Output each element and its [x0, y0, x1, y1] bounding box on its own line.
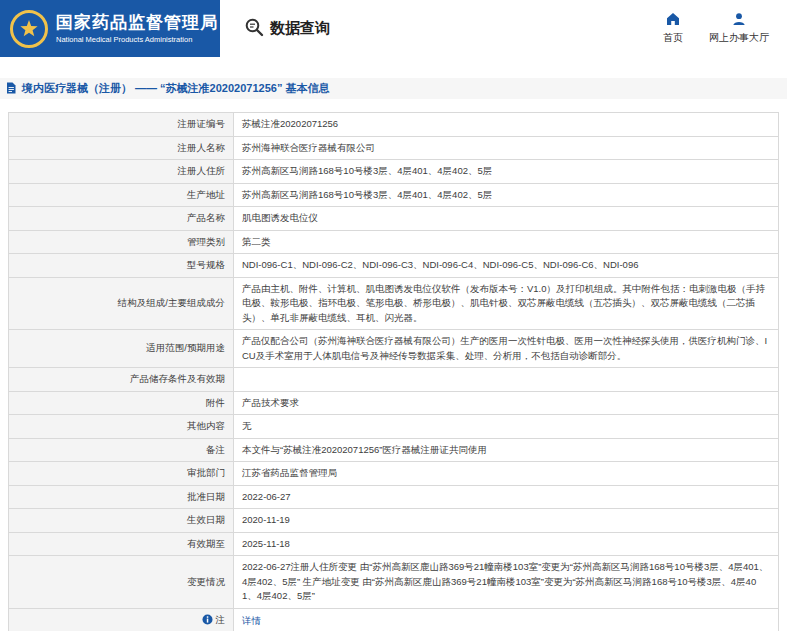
row-label: 产品储存条件及有效期: [9, 368, 234, 392]
doc-icon: [5, 82, 17, 96]
table-row: 适用范围/预期用途 产品仅配合公司（苏州海神联合医疗器械有限公司）生产的医用一次…: [9, 330, 779, 368]
search-icon: [244, 17, 264, 40]
note-icon: [202, 614, 213, 630]
row-value: 本文件与“苏械注准20202071256”医疗器械注册证共同使用: [234, 438, 779, 462]
row-label: 适用范围/预期用途: [9, 330, 234, 368]
nav-online-hall[interactable]: 网上办事大厅: [709, 12, 769, 45]
national-emblem-icon: [9, 9, 49, 49]
row-value: 2022-06-27: [234, 485, 779, 509]
org-name-cn: 国家药品监督管理局: [56, 13, 218, 33]
nav-home-label: 首页: [663, 31, 683, 45]
table-row: 生产地址 苏州高新区马涧路168号10号楼3层、4层401、4层402、5层: [9, 183, 779, 207]
note-label: 注: [216, 614, 226, 625]
table-row: 生效日期 2020-11-19: [9, 509, 779, 533]
table-row: 产品名称 肌电图诱发电位仪: [9, 207, 779, 231]
table-row: 备注 本文件与“苏械注准20202071256”医疗器械注册证共同使用: [9, 438, 779, 462]
row-label: 管理类别: [9, 230, 234, 254]
top-header: 国家药品监督管理局 National Medical Products Admi…: [0, 0, 787, 57]
row-value: 产品仅配合公司（苏州海神联合医疗器械有限公司）生产的医用一次性针电极、医用一次性…: [234, 330, 779, 368]
page-title: 境内医疗器械（注册） —— “苏械注准20202071256” 基本信息: [22, 81, 329, 96]
row-label: 产品名称: [9, 207, 234, 231]
top-nav: 首页 网上办事大厅: [663, 12, 787, 45]
row-value: 产品技术要求: [234, 391, 779, 415]
table-row: 管理类别 第二类: [9, 230, 779, 254]
table-row-note: 注 详情: [9, 608, 779, 631]
row-label: 变更情况: [9, 556, 234, 609]
table-row: 注册人名称 苏州海神联合医疗器械有限公司: [9, 136, 779, 160]
row-label: 有效期至: [9, 532, 234, 556]
row-label: 注册人住所: [9, 160, 234, 184]
table-row: 批准日期 2022-06-27: [9, 485, 779, 509]
detail-link[interactable]: 详情: [242, 615, 261, 626]
row-value: 详情: [234, 608, 779, 631]
table-row: 变更情况 2022-06-27注册人住所变更 由“苏州高新区鹿山路369号21幢…: [9, 556, 779, 609]
row-value: 苏州高新区马涧路168号10号楼3层、4层401、4层402、5层: [234, 183, 779, 207]
table-row: 注册人住所 苏州高新区马涧路168号10号楼3层、4层401、4层402、5层: [9, 160, 779, 184]
brand-text: 国家药品监督管理局 National Medical Products Admi…: [56, 13, 218, 45]
row-label: 附件: [9, 391, 234, 415]
table-row: 型号规格 NDI-096-C1、NDI-096-C2、NDI-096-C3、ND…: [9, 254, 779, 278]
row-label: 注册人名称: [9, 136, 234, 160]
row-value: 无: [234, 415, 779, 439]
row-label: 结构及组成/主要组成成分: [9, 277, 234, 330]
row-value: 第二类: [234, 230, 779, 254]
registration-info-table: 注册证编号 苏械注准20202071256 注册人名称 苏州海神联合医疗器械有限…: [8, 112, 779, 631]
row-value: 苏州高新区马涧路168号10号楼3层、4层401、4层402、5层: [234, 160, 779, 184]
row-label: 生产地址: [9, 183, 234, 207]
org-name-en: National Medical Products Administration: [56, 35, 218, 45]
data-query-nav[interactable]: 数据查询: [244, 17, 330, 40]
nav-home[interactable]: 首页: [663, 12, 683, 45]
row-value: 肌电图诱发电位仪: [234, 207, 779, 231]
row-label: 注: [9, 608, 234, 631]
row-value: 苏州海神联合医疗器械有限公司: [234, 136, 779, 160]
row-label: 批准日期: [9, 485, 234, 509]
row-value: 2022-06-27注册人住所变更 由“苏州高新区鹿山路369号21幢南楼103…: [234, 556, 779, 609]
table-row: 结构及组成/主要组成成分 产品由主机、附件、计算机、肌电图诱发电位仪软件（发布版…: [9, 277, 779, 330]
row-label: 其他内容: [9, 415, 234, 439]
brand-block: 国家药品监督管理局 National Medical Products Admi…: [0, 0, 220, 57]
row-value: 苏械注准20202071256: [234, 113, 779, 137]
row-value: 产品由主机、附件、计算机、肌电图诱发电位仪软件（发布版本号：V1.0）及打印机组…: [234, 277, 779, 330]
row-value: NDI-096-C1、NDI-096-C2、NDI-096-C3、NDI-096…: [234, 254, 779, 278]
data-query-label: 数据查询: [270, 19, 330, 38]
home-icon: [666, 12, 680, 28]
table-row: 附件 产品技术要求: [9, 391, 779, 415]
breadcrumb: 境内医疗器械（注册） —— “苏械注准20202071256” 基本信息: [0, 78, 787, 99]
row-value: 江苏省药品监督管理局: [234, 462, 779, 486]
row-label: 型号规格: [9, 254, 234, 278]
row-label: 生效日期: [9, 509, 234, 533]
table-row: 注册证编号 苏械注准20202071256: [9, 113, 779, 137]
table-row: 有效期至 2025-11-18: [9, 532, 779, 556]
user-icon: [732, 12, 746, 28]
table-row: 审批部门 江苏省药品监督管理局: [9, 462, 779, 486]
nav-hall-label: 网上办事大厅: [709, 31, 769, 45]
row-label: 审批部门: [9, 462, 234, 486]
row-value: 2025-11-18: [234, 532, 779, 556]
row-label: 备注: [9, 438, 234, 462]
row-value: 2020-11-19: [234, 509, 779, 533]
table-row: 产品储存条件及有效期: [9, 368, 779, 392]
row-label: 注册证编号: [9, 113, 234, 137]
row-value: [234, 368, 779, 392]
table-row: 其他内容 无: [9, 415, 779, 439]
